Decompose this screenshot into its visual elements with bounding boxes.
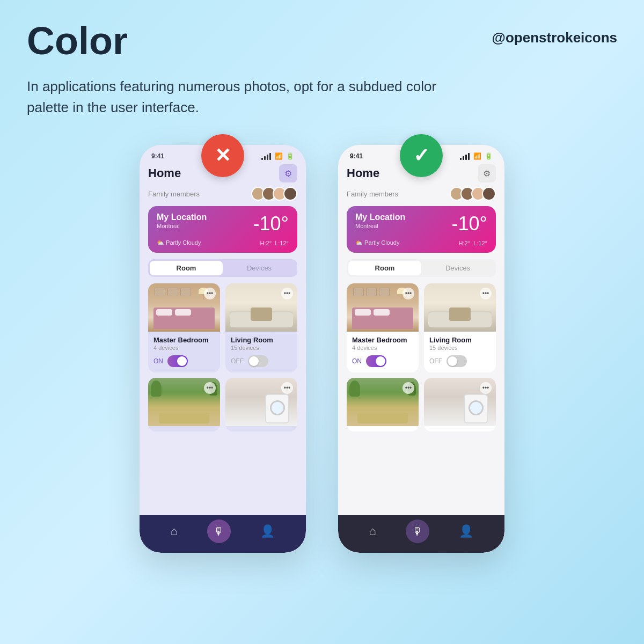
good-weather-location: My Location xyxy=(355,213,405,222)
bad-room-laundry: ••• xyxy=(225,378,297,431)
bad-settings-button[interactable]: ⚙ xyxy=(279,164,297,182)
good-weather-top: My Location Montreal -10° xyxy=(355,213,487,235)
good-phone: 9:41 📶 🔋 xyxy=(338,145,504,553)
good-phone-content: Home ⚙ Family members xyxy=(338,160,504,431)
good-room-grid: ••• Master Bedroom 4 devices ON xyxy=(347,283,496,431)
good-nav-profile-icon[interactable]: 👤 xyxy=(459,524,473,538)
good-bedroom-name: Master Bedroom xyxy=(352,336,413,344)
bad-signal-bars xyxy=(261,153,271,160)
bad-tab-bar: Room Devices xyxy=(148,259,297,277)
bad-living-info: Living Room 15 devices OFF xyxy=(225,332,297,367)
good-tab-room[interactable]: Room xyxy=(348,261,421,275)
good-weather-hl: H:2° L:12° xyxy=(459,240,487,246)
good-weather-city: Montreal xyxy=(355,223,405,229)
good-avatars xyxy=(450,187,496,201)
good-weather-temp: -10° xyxy=(452,213,487,235)
good-laundry-img: ••• xyxy=(424,378,496,426)
good-bedroom-info: Master Bedroom 4 devices ON xyxy=(347,332,419,367)
bad-living-img: ••• xyxy=(225,283,297,332)
bad-living-knob xyxy=(249,356,259,366)
good-living-knob xyxy=(448,356,457,366)
bad-mic-icon: 🎙 xyxy=(214,525,224,538)
bad-living-menu[interactable]: ••• xyxy=(281,288,293,299)
good-living-name: Living Room xyxy=(429,336,491,344)
good-bedroom-menu[interactable]: ••• xyxy=(402,288,414,299)
good-living-img: ••• xyxy=(424,283,496,332)
good-bedroom-img: ••• xyxy=(347,283,419,332)
good-living-info: Living Room 15 devices OFF xyxy=(424,332,496,367)
bad-nav-profile-icon[interactable]: 👤 xyxy=(260,524,275,538)
bad-tab-room[interactable]: Room xyxy=(150,261,223,275)
bad-bedroom-toggle[interactable] xyxy=(167,355,188,367)
good-settings-button[interactable]: ⚙ xyxy=(478,164,496,182)
bad-living-devices: 15 devices xyxy=(231,345,292,351)
bad-phone-content: Home ⚙ Family members xyxy=(140,160,306,431)
bad-example-wrapper: ✕ 9:41 📶 🔋 xyxy=(140,145,306,553)
good-room-bedroom: ••• Master Bedroom 4 devices ON xyxy=(347,283,419,372)
bad-weather-temp: -10° xyxy=(253,213,289,235)
bad-laundry-menu[interactable]: ••• xyxy=(281,382,293,394)
bad-nav-mic-button[interactable]: 🎙 xyxy=(207,519,231,543)
good-family-label: Family members xyxy=(347,190,398,198)
good-home-title: Home xyxy=(347,166,379,180)
bad-living-toggle[interactable] xyxy=(248,355,268,367)
good-bedroom-devices: 4 devices xyxy=(352,345,413,351)
bad-room-garden: ••• xyxy=(148,378,220,431)
page-container: Color @openstrokeicons In applications f… xyxy=(0,0,644,553)
bad-bedroom-img: ••• xyxy=(148,283,220,332)
good-example-wrapper: ✓ 9:41 📶 🔋 xyxy=(338,145,504,553)
good-living-menu[interactable]: ••• xyxy=(480,288,492,299)
bad-bedroom-devices: 4 devices xyxy=(153,345,215,351)
good-signal-bars xyxy=(460,153,470,160)
good-tab-devices[interactable]: Devices xyxy=(421,261,494,275)
bad-weather-city: Montreal xyxy=(157,223,207,229)
bad-room-living: ••• Living Room 15 devices OFF xyxy=(225,283,297,372)
good-garden-menu[interactable]: ••• xyxy=(402,382,414,394)
good-living-toggle[interactable] xyxy=(447,355,467,367)
bad-avatar-4 xyxy=(283,187,297,201)
bad-tab-devices[interactable]: Devices xyxy=(223,261,296,275)
good-living-toggle-label: OFF xyxy=(429,357,442,365)
bad-avatars xyxy=(251,187,297,201)
bad-weather-hl: H:2° L:12° xyxy=(260,240,289,246)
page-title: Color xyxy=(27,21,128,60)
bad-signal-icons: 📶 🔋 xyxy=(261,152,294,160)
bad-weather-card[interactable]: My Location Montreal -10° ⛅ Partly Cloud… xyxy=(148,206,297,253)
good-room-garden: ••• xyxy=(347,378,419,431)
good-living-devices: 15 devices xyxy=(429,345,491,351)
good-mic-icon: 🎙 xyxy=(412,525,423,538)
bad-room-grid: ••• Master Bedroom 4 devices ON xyxy=(148,283,297,431)
bad-bedroom-info: Master Bedroom 4 devices ON xyxy=(148,332,220,367)
bad-settings-icon: ⚙ xyxy=(284,169,292,179)
good-living-toggle-row: OFF xyxy=(429,355,491,367)
bad-laundry-img: ••• xyxy=(225,378,297,426)
good-bottom-nav: ⌂ 🎙 👤 xyxy=(338,515,504,553)
good-nav-home-icon[interactable]: ⌂ xyxy=(369,524,376,538)
bad-weather-location: My Location xyxy=(157,213,207,222)
good-avatar-4 xyxy=(482,187,496,201)
bad-home-title: Home xyxy=(148,166,181,180)
bad-weather-bottom: ⛅ Partly Cloudy H:2° L:12° xyxy=(157,239,289,246)
bad-bedroom-menu[interactable]: ••• xyxy=(204,288,216,299)
good-settings-icon: ⚙ xyxy=(483,169,491,179)
good-bedroom-toggle-label: ON xyxy=(352,357,362,365)
bad-bedroom-toggle-row: ON xyxy=(153,355,215,367)
bad-phone: 9:41 📶 🔋 xyxy=(140,145,306,553)
good-family-row: Family members xyxy=(347,186,496,206)
bad-nav-home-icon[interactable]: ⌂ xyxy=(171,524,178,538)
bad-weather-info: My Location Montreal xyxy=(157,213,207,229)
good-room-laundry: ••• xyxy=(424,378,496,431)
good-laundry-menu[interactable]: ••• xyxy=(480,382,492,394)
bad-weather-top: My Location Montreal -10° xyxy=(157,213,289,235)
good-nav-mic-button[interactable]: 🎙 xyxy=(406,519,429,543)
bad-bottom-nav: ⌂ 🎙 👤 xyxy=(140,515,306,553)
bad-family-label: Family members xyxy=(148,190,200,198)
good-bedroom-toggle[interactable] xyxy=(366,355,386,367)
good-weather-condition: ⛅ Partly Cloudy xyxy=(355,239,399,246)
good-signal-icons: 📶 🔋 xyxy=(460,152,493,160)
bad-living-toggle-label: OFF xyxy=(231,357,244,365)
bad-weather-condition: ⛅ Partly Cloudy xyxy=(157,239,201,246)
good-weather-card[interactable]: My Location Montreal -10° ⛅ Partly Cloud… xyxy=(347,206,496,253)
bad-garden-menu[interactable]: ••• xyxy=(204,382,216,394)
bad-status-time: 9:41 xyxy=(151,152,164,160)
